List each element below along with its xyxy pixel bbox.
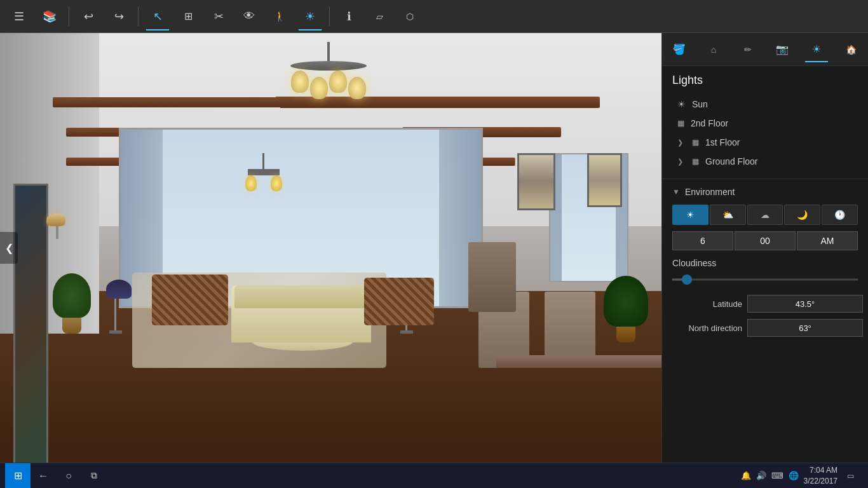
nav-arrow-left[interactable]: ❮ (0, 232, 18, 264)
env-night-btn[interactable]: 🌙 (784, 205, 820, 225)
plant-right (604, 276, 648, 342)
wall-art-3 (587, 153, 622, 207)
wall-sconce (46, 214, 69, 239)
panel-scroll[interactable]: Lights ☀ Sun ▦ 2nd Floor ❯ ▦ 1st Floor (662, 66, 868, 463)
latitude-input[interactable] (747, 295, 863, 313)
wall-art-1 (13, 184, 48, 463)
task-view-button[interactable]: ⧉ (81, 463, 107, 489)
sun-light-icon: ☀ (677, 99, 686, 109)
environment-header[interactable]: ▼ Environment (672, 187, 858, 197)
env-clock-btn[interactable]: 🕐 (822, 205, 858, 225)
dining-chair-3 (468, 242, 516, 312)
panel-decorate-button[interactable]: ✏ (735, 36, 761, 64)
fixture-light-1 (245, 175, 257, 191)
house-icon: 🏠 (846, 44, 857, 55)
redo-button[interactable]: ↪ (105, 3, 133, 30)
panel-paint-button[interactable]: 🪣 (667, 36, 692, 64)
2nd-floor-icon: ▦ (677, 119, 684, 128)
clock-date: 3/22/2017 (804, 476, 837, 487)
time-minute-box[interactable]: 00 (735, 231, 796, 250)
light-item-ground-floor[interactable]: ❯ ▦ Ground Floor (672, 152, 858, 171)
show-desktop-icon: ▭ (847, 471, 854, 480)
redo-icon: ↪ (114, 10, 124, 24)
plant-leaves-left (53, 273, 91, 318)
library-button[interactable]: 📚 (36, 3, 64, 30)
slider-thumb[interactable] (682, 274, 692, 285)
cloudy-icon: ☁ (761, 210, 770, 220)
cut-button[interactable]: ✂ (205, 3, 233, 30)
ground-floor-label: Ground Floor (705, 156, 757, 166)
notification-icon[interactable]: 🔔 (741, 471, 751, 480)
taskbar-clock[interactable]: 7:04 AM 3/22/2017 (804, 465, 837, 487)
wall-art-1-inner (15, 186, 46, 463)
select-button[interactable]: ↖ (144, 3, 172, 30)
start-icon: ⊞ (14, 470, 22, 482)
lights-section: Lights ☀ Sun ▦ 2nd Floor ❯ ▦ 1st Floor (662, 66, 868, 179)
nav-arrow-left-icon: ❮ (5, 242, 13, 254)
taskbar-system: 🔔 🔊 ⌨ 🌐 (736, 471, 804, 480)
fixture-rod (262, 153, 264, 169)
light-item-1st-floor[interactable]: ❯ ▦ 1st Floor (672, 133, 858, 152)
camera-icon: 📷 (776, 43, 789, 55)
env-collapse-icon: ▼ (672, 187, 680, 196)
network-icon[interactable]: 🌐 (789, 471, 799, 480)
time-hour-box[interactable]: 6 (672, 231, 733, 250)
time-period-box[interactable]: AM (797, 231, 858, 250)
show-desktop-button[interactable]: ▭ (837, 463, 863, 489)
panel-build-button[interactable]: ⌂ (701, 36, 726, 64)
light-item-2nd-floor[interactable]: ▦ 2nd Floor (672, 114, 858, 133)
panel-house-button[interactable]: 🏠 (838, 36, 864, 64)
floor-lamp-left (106, 280, 125, 334)
env-cloudy-btn[interactable]: ☁ (747, 205, 783, 225)
back-button[interactable]: ← (31, 463, 56, 489)
frame-button[interactable]: ▱ (365, 3, 393, 30)
decorate-icon: ✏ (744, 44, 752, 55)
light-item-sun[interactable]: ☀ Sun (672, 95, 858, 114)
slider-track (672, 279, 858, 281)
north-direction-input[interactable] (747, 319, 863, 337)
env-clear-btn[interactable]: ☀ (672, 205, 709, 225)
sun-button[interactable]: ☀ (296, 3, 324, 30)
ground-floor-icon: ▦ (692, 157, 699, 166)
select-icon: ↖ (153, 10, 163, 24)
secondary-fixture (238, 153, 289, 191)
menu-button[interactable]: ☰ (5, 3, 33, 30)
arrange-button[interactable]: ⊞ (174, 3, 202, 30)
env-partly-cloudy-btn[interactable]: ⛅ (710, 205, 746, 225)
chandelier-light-3 (329, 71, 347, 93)
sun-icon: ☀ (305, 10, 315, 24)
panel-sun-button[interactable]: ☀ (804, 36, 829, 64)
info-icon: ℹ (347, 10, 351, 24)
cloudiness-label: Cloudiness (672, 258, 858, 268)
arrange-icon: ⊞ (184, 10, 193, 22)
cube-button[interactable]: ⬡ (396, 3, 424, 30)
north-direction-label: North direction (672, 323, 742, 333)
viewport: ❮ (0, 33, 661, 463)
lamp-base-right (400, 330, 413, 334)
keyboard-icon[interactable]: ⌨ (771, 471, 783, 480)
view-button[interactable]: 👁 (235, 3, 263, 30)
toolbar-separator-1 (69, 7, 69, 26)
wall-art-2-inner (519, 155, 553, 208)
wall-art-2 (517, 153, 555, 210)
chair-left (152, 274, 228, 325)
info-button[interactable]: ℹ (335, 3, 363, 30)
chandelier-base (290, 61, 367, 71)
ground-floor-expand-arrow: ❯ (677, 158, 683, 166)
cube-icon: ⬡ (406, 11, 414, 22)
walk-button[interactable]: 🚶 (266, 3, 294, 30)
start-button[interactable]: ⊞ (5, 463, 31, 489)
undo-button[interactable]: ↩ (74, 3, 102, 30)
scene: ❮ (0, 33, 661, 463)
latitude-row: Latitude − + (672, 295, 858, 313)
sofa (231, 285, 371, 342)
clear-weather-icon: ☀ (686, 210, 695, 220)
cloudiness-slider[interactable] (672, 273, 858, 286)
walk-icon: 🚶 (274, 11, 286, 22)
lamp-shade-left (106, 280, 132, 299)
time-input-row: 6 00 AM (672, 231, 858, 250)
search-button[interactable]: ○ (56, 463, 81, 489)
volume-icon[interactable]: 🔊 (756, 471, 766, 480)
lamp-base-left (109, 330, 122, 334)
panel-camera-button[interactable]: 📷 (770, 36, 795, 64)
